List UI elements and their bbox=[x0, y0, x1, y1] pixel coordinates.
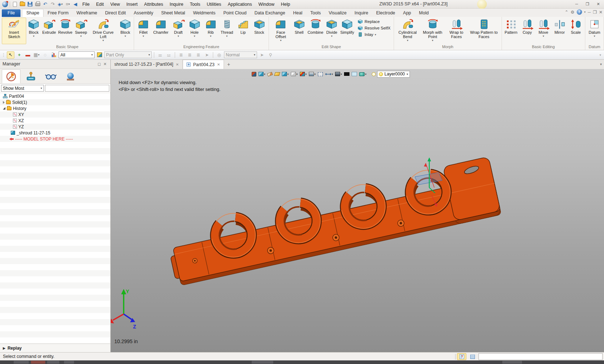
zw3d-logo-icon[interactable] bbox=[1, 1, 9, 8]
prompt-panel-toggle[interactable] bbox=[457, 353, 466, 360]
dropdown-caret[interactable]: ▾ bbox=[80, 35, 82, 38]
tab-mold[interactable]: Mold bbox=[415, 9, 433, 17]
taskbar-item[interactable] bbox=[31, 361, 45, 364]
divide-button[interactable]: Divide ▾ bbox=[324, 18, 339, 44]
doc-close-button[interactable]: ✕ bbox=[599, 10, 603, 15]
output-log-toggle[interactable] bbox=[468, 353, 477, 360]
thread-button[interactable]: Thread ▾ bbox=[219, 18, 235, 44]
block-button[interactable]: Block ▾ bbox=[26, 18, 41, 44]
zoom-fit-icon[interactable]: ⟷▾ bbox=[324, 70, 334, 78]
clip-window-icon[interactable] bbox=[317, 70, 324, 78]
entity-filter-combo[interactable]: All▾ bbox=[59, 51, 95, 58]
settings-gear-icon[interactable]: ⚙ bbox=[571, 10, 575, 15]
copy-button[interactable]: Copy bbox=[519, 18, 535, 44]
inlay-button[interactable]: Inlay ▾ bbox=[357, 32, 390, 37]
tree-item-xz[interactable]: XZ bbox=[0, 118, 110, 124]
layer-combo[interactable]: Layer0000 ▾ bbox=[377, 71, 410, 78]
pick-last-icon[interactable]: ▦▾ bbox=[33, 51, 40, 59]
cylindrical-bend-button[interactable]: Cylindrical Bend ▾ bbox=[395, 18, 420, 44]
key-point-icon[interactable]: ⚲ bbox=[267, 51, 274, 59]
replay-bar[interactable]: ▶ Replay bbox=[0, 344, 110, 352]
taskbar-item[interactable] bbox=[47, 361, 59, 364]
doc-restore-button[interactable]: ❐ bbox=[593, 10, 597, 15]
shade-mode-icon[interactable]: ▾ bbox=[299, 70, 307, 78]
tab-direct-edit[interactable]: Direct Edit bbox=[101, 9, 130, 17]
sweep-button[interactable]: Sweep ▾ bbox=[74, 18, 89, 44]
wrap-pattern-to-faces-button[interactable]: Wrap Pattern to Faces bbox=[467, 18, 500, 44]
window-minimize-button[interactable]: ─ bbox=[572, 0, 582, 8]
solid-display-icon[interactable]: ▾ bbox=[281, 70, 289, 78]
print-icon[interactable] bbox=[34, 1, 41, 8]
menu-file[interactable]: File bbox=[79, 0, 93, 9]
dropdown-caret[interactable]: ▾ bbox=[143, 35, 144, 38]
help-dropdown-caret[interactable]: ▾ bbox=[584, 10, 586, 14]
tree-item-part004[interactable]: Part004 bbox=[0, 93, 110, 99]
pick-remove-icon[interactable]: ▬ bbox=[24, 51, 32, 59]
stock-button[interactable]: Stock bbox=[251, 18, 267, 44]
erase-icon[interactable] bbox=[267, 70, 273, 78]
morph-with-point-button[interactable]: Morph with Point ▾ bbox=[420, 18, 445, 44]
tab-close-icon[interactable]: ✕ bbox=[217, 63, 220, 66]
window-close-button[interactable]: ✕ bbox=[593, 0, 603, 8]
taskbar-item[interactable] bbox=[502, 361, 522, 364]
menu-help[interactable]: Help bbox=[278, 0, 293, 9]
menu-insert[interactable]: Insert bbox=[123, 0, 141, 9]
scale-button[interactable]: Scale bbox=[568, 18, 584, 44]
tree-item-history[interactable]: History bbox=[0, 105, 110, 111]
dropdown-caret[interactable]: ▾ bbox=[178, 35, 179, 38]
dropdown-caret[interactable]: ▾ bbox=[432, 39, 433, 42]
context-combo[interactable]: Part Only▾ bbox=[104, 51, 152, 58]
tree-search-input[interactable] bbox=[45, 85, 109, 92]
draft-button[interactable]: Draft ▾ bbox=[170, 18, 187, 44]
viewport[interactable]: X Y Z Hold down <F2> for dynamic viewing… bbox=[111, 69, 604, 352]
tree-item-solid[interactable]: Solid(1) bbox=[0, 99, 110, 105]
datum-button[interactable]: Datum ▾ bbox=[586, 18, 603, 44]
tab-free-form[interactable]: Free Form bbox=[44, 9, 72, 17]
toolbar-overflow-caret[interactable]: ▾ bbox=[599, 53, 603, 57]
simplify-button[interactable]: Simplify bbox=[339, 18, 356, 44]
dropdown-caret[interactable]: ▾ bbox=[102, 39, 104, 42]
replace-button[interactable]: Replace bbox=[357, 19, 390, 24]
tab-shape[interactable]: Shape bbox=[22, 9, 44, 17]
expander-collapsed-icon[interactable] bbox=[3, 101, 5, 104]
mirror-button[interactable]: Mirror bbox=[552, 18, 568, 44]
tree-item-xy[interactable]: XY bbox=[0, 111, 110, 118]
doc-tab-part004[interactable]: + Part004.Z3 ✕ bbox=[183, 60, 224, 69]
open-file-icon[interactable] bbox=[19, 1, 26, 8]
taskbar-item[interactable] bbox=[252, 361, 273, 364]
command-input[interactable] bbox=[479, 353, 603, 360]
dropdown-caret[interactable]: ▾ bbox=[331, 35, 333, 38]
insert-sketch-button[interactable]: Insert Sketch bbox=[2, 18, 26, 44]
collapse-ribbon-icon[interactable]: ⌃ bbox=[565, 10, 568, 15]
visual-manager-tab[interactable] bbox=[41, 69, 60, 83]
dropdown-caret[interactable]: ▾ bbox=[594, 35, 595, 38]
shell-button[interactable]: Shell bbox=[292, 18, 306, 44]
taskbar-item[interactable] bbox=[14, 361, 29, 364]
view-orient-icon[interactable]: ▾ bbox=[258, 70, 266, 78]
regen-icon[interactable]: ◈▾ bbox=[56, 1, 64, 8]
dropdown-caret[interactable]: ▾ bbox=[125, 35, 126, 38]
menu-view[interactable]: View bbox=[107, 0, 123, 9]
filter-list-icon[interactable] bbox=[50, 51, 58, 59]
dropdown-caret[interactable]: ▾ bbox=[210, 35, 211, 38]
dropdown-caret[interactable]: ▾ bbox=[375, 33, 376, 36]
snap-right-icon[interactable]: ≣ bbox=[195, 51, 202, 59]
tree-item-yz[interactable]: YZ bbox=[0, 124, 110, 130]
window-restore-button[interactable]: ❐ bbox=[582, 0, 592, 8]
align-vertical-icon[interactable]: ⚍ bbox=[165, 51, 173, 59]
manager-float-icon[interactable]: ◻ bbox=[96, 62, 102, 66]
drive-curve-loft-button[interactable]: Drive Curve Loft ▾ bbox=[88, 18, 118, 44]
wireframe-display-icon[interactable]: ▾ bbox=[290, 70, 298, 78]
material-icon[interactable]: ▾ bbox=[358, 70, 367, 78]
undo-icon[interactable]: ↶ bbox=[41, 1, 49, 8]
menu-utilities[interactable]: Utilities bbox=[203, 0, 224, 9]
pattern-button[interactable]: Pattern bbox=[503, 18, 519, 44]
tab-sheet-metal[interactable]: Sheet Metal bbox=[157, 9, 189, 17]
tab-app[interactable]: App bbox=[399, 9, 415, 17]
extrude-button[interactable]: Extrude bbox=[41, 18, 57, 44]
save-icon[interactable] bbox=[26, 1, 34, 8]
dropdown-caret[interactable]: ▾ bbox=[280, 39, 282, 42]
expander-expanded-icon[interactable] bbox=[3, 107, 5, 110]
datum-display-icon[interactable] bbox=[274, 70, 280, 78]
pick-add-icon[interactable]: + bbox=[15, 51, 23, 59]
